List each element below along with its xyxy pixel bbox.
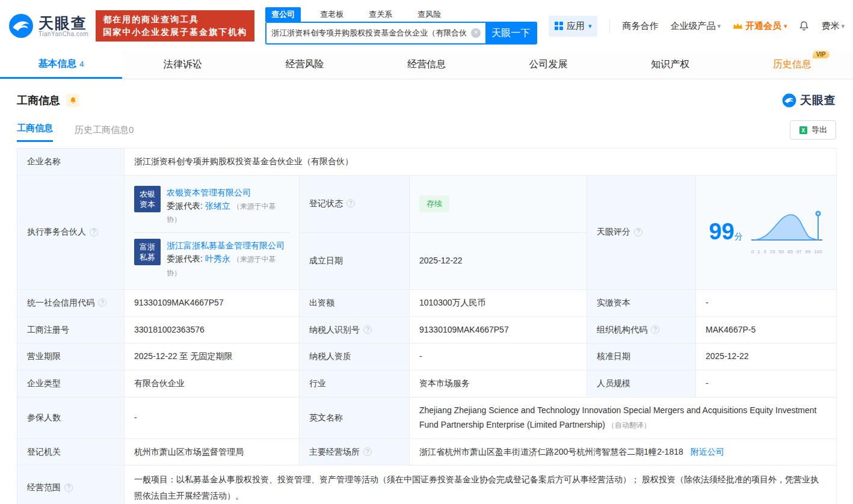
export-button[interactable]: 导出 — [790, 120, 836, 140]
subtab-business-info[interactable]: 工商信息 — [17, 123, 53, 142]
field-credit-code-label: 统一社会信用代码 — [17, 289, 125, 316]
help-icon[interactable] — [346, 199, 355, 207]
top-header: 天眼查 TianYanCha.com 都在用的商业查询工具 国家中小企业发展子基… — [0, 0, 853, 49]
field-insured-label: 参保人数 — [17, 397, 125, 438]
search-input[interactable] — [266, 29, 471, 38]
divider — [609, 19, 610, 32]
promo-banner-line2: 国家中小企业发展子基金旗下机构 — [103, 26, 247, 38]
tab-intellectual-property[interactable]: 知识产权 — [609, 51, 731, 79]
field-paid-capital-value: - — [696, 289, 837, 316]
field-term-value: 2025-12-22 至 无固定期限 — [125, 343, 300, 370]
nearby-companies-link[interactable]: 附近公司 — [691, 447, 724, 456]
rep-label: 委派代表: — [167, 254, 203, 263]
tab-label: 历史信息 — [773, 58, 811, 71]
search-tab-company[interactable]: 查公司 — [265, 7, 301, 22]
rep-label: 委派代表: — [167, 201, 203, 211]
vip-label: 开通会员 — [745, 20, 781, 32]
tab-operating-risk[interactable]: 经营风险 — [244, 51, 366, 79]
help-icon[interactable] — [64, 484, 73, 492]
tab-operating-info[interactable]: 经营信息 — [366, 51, 488, 79]
field-partner-label: 执行事务合伙人 — [17, 175, 125, 289]
search-area: 查公司 查老板 查关系 查风险 天眼一下 — [265, 7, 537, 45]
field-english-name-value: Zhejiang Zhejiang Science and Technology… — [410, 397, 837, 438]
help-icon[interactable] — [651, 325, 659, 334]
excel-icon — [799, 126, 808, 135]
notification-bell-icon[interactable] — [799, 20, 809, 31]
logo-domain: TianYanCha.com — [38, 31, 88, 37]
tianyancha-watermark: 天眼查 — [782, 93, 836, 108]
row-company-name: 企业名称 浙江浙资科创专项并购股权投资基金合伙企业（有限合伙） — [17, 149, 837, 176]
tab-label: 基本信息 — [38, 58, 76, 70]
field-paid-capital-label: 实缴资本 — [587, 289, 696, 316]
score-chart: 0131550859799100 — [750, 209, 824, 256]
field-established-label: 成立日期 — [300, 232, 410, 289]
chevron-down-icon — [841, 22, 845, 30]
apps-button[interactable]: 应用 — [549, 16, 598, 37]
search-tab-risk[interactable]: 查风险 — [411, 7, 447, 22]
field-taxpayer-id-label: 纳税人识别号 — [300, 316, 410, 343]
field-capital-label: 出资额 — [300, 289, 410, 316]
link-cooperation[interactable]: 商务合作 — [622, 20, 658, 32]
subscribe-bell-icon[interactable] — [66, 94, 79, 107]
search-box: 天眼一下 — [265, 22, 537, 45]
partner-company-link[interactable]: 浙江富浙私募基金管理有限公司 — [167, 241, 285, 250]
help-icon[interactable] — [90, 228, 98, 236]
field-insured-value: - — [125, 397, 300, 438]
field-established-value: 2025-12-22 — [410, 232, 587, 289]
row-registry: 登记机关 杭州市萧山区市场监督管理局 主要经营场所 浙江省杭州市萧山区盈丰街道济… — [17, 438, 837, 466]
link-open-vip[interactable]: 开通会员 — [733, 20, 787, 32]
section-header: 工商信息 天眼查 — [0, 79, 853, 108]
row-term: 营业期限 2025-12-22 至 无固定期限 纳税人资质 - 核准日期 202… — [17, 343, 837, 370]
field-approval-date-label: 核准日期 — [587, 343, 696, 370]
row-reg-no: 工商注册号 330181002363576 纳税人识别号 91330109MAK… — [17, 316, 837, 343]
field-partner-value: 农银 资本 农银资本管理有限公司 委派代表: 张绪立 （来源于中基协） — [125, 175, 300, 289]
row-credit-code: 统一社会信用代码 91330109MAK4667P57 出资额 1010300万… — [17, 289, 837, 316]
company-nav-tabs: 基本信息 4 法律诉讼 经营风险 经营信息 公司发展 知识产权 历史信息 VIP — [0, 51, 853, 79]
cooperation-label: 商务合作 — [622, 20, 658, 32]
help-icon[interactable] — [363, 447, 372, 456]
enterprise-label: 企业级产品 — [670, 20, 715, 32]
subtab-history-business-info[interactable]: 历史工商信息0 — [75, 124, 134, 142]
apps-label: 应用 — [567, 20, 585, 32]
partner-logo: 富浙 私募 — [134, 239, 161, 265]
search-tab-boss[interactable]: 查老板 — [314, 7, 350, 22]
tianyancha-logo[interactable]: 天眼查 TianYanCha.com — [8, 13, 88, 38]
tab-company-development[interactable]: 公司发展 — [487, 51, 609, 79]
search-tab-relation[interactable]: 查关系 — [363, 7, 398, 22]
field-company-name-label: 企业名称 — [17, 149, 125, 176]
field-org-code-label: 组织机构代码 — [587, 316, 696, 343]
row-english-name: 参保人数 - 英文名称 Zhejiang Zhejiang Science an… — [17, 397, 837, 438]
row-partner-status: 执行事务合伙人 农银 资本 农银资本管理有限公司 委派代表: 张绪立 （来源于中… — [17, 175, 837, 232]
tab-label: 知识产权 — [651, 58, 689, 71]
field-status-value: 存续 — [410, 175, 587, 232]
help-icon[interactable] — [634, 228, 642, 236]
help-icon[interactable] — [98, 298, 106, 307]
clear-icon[interactable] — [471, 28, 481, 38]
field-company-type-value: 有限合伙企业 — [125, 370, 300, 398]
tab-label: 公司发展 — [529, 58, 568, 71]
search-button[interactable]: 天眼一下 — [485, 23, 536, 43]
field-org-code-value: MAK4667P-5 — [696, 316, 837, 343]
link-enterprise-products[interactable]: 企业级产品 — [670, 20, 721, 32]
field-registry-value: 杭州市萧山区市场监督管理局 — [125, 438, 300, 466]
promo-banner: 都在用的商业查询工具 国家中小企业发展子基金旗下机构 — [96, 10, 254, 41]
top-right-menu: 应用 商务合作 企业级产品 开通会员 费米 — [549, 16, 845, 37]
score-number: 99分 — [709, 220, 742, 244]
section-title: 工商信息 — [17, 93, 60, 108]
field-address-label: 主要经营场所 — [300, 438, 410, 466]
user-menu[interactable]: 费米 — [821, 20, 845, 32]
field-taxpayer-quality-label: 纳税人资质 — [300, 343, 410, 370]
tianyancha-logo-icon — [8, 13, 34, 38]
help-icon[interactable] — [363, 325, 372, 334]
tab-basic-info[interactable]: 基本信息 4 — [0, 51, 122, 79]
tab-history-info[interactable]: 历史信息 VIP — [731, 51, 853, 79]
rep-name-link[interactable]: 叶秀永 — [205, 254, 230, 263]
field-score-label: 天眼评分 — [587, 175, 696, 289]
partner-company-link[interactable]: 农银资本管理有限公司 — [167, 188, 251, 197]
field-staff-size-label: 人员规模 — [587, 370, 696, 398]
tab-legal-lawsuits[interactable]: 法律诉讼 — [122, 51, 244, 79]
rep-name-link[interactable]: 张绪立 — [205, 201, 230, 211]
address-text: 浙江省杭州市萧山区盈丰街道济仁路200号杭州湾智慧谷二期1幢2-1818 — [419, 447, 683, 456]
partner-item: 富浙 私募 浙江富浙私募基金管理有限公司 委派代表: 叶秀永 （来源于中基协） — [134, 232, 289, 285]
partner-item: 农银 资本 农银资本管理有限公司 委派代表: 张绪立 （来源于中基协） — [134, 180, 289, 232]
